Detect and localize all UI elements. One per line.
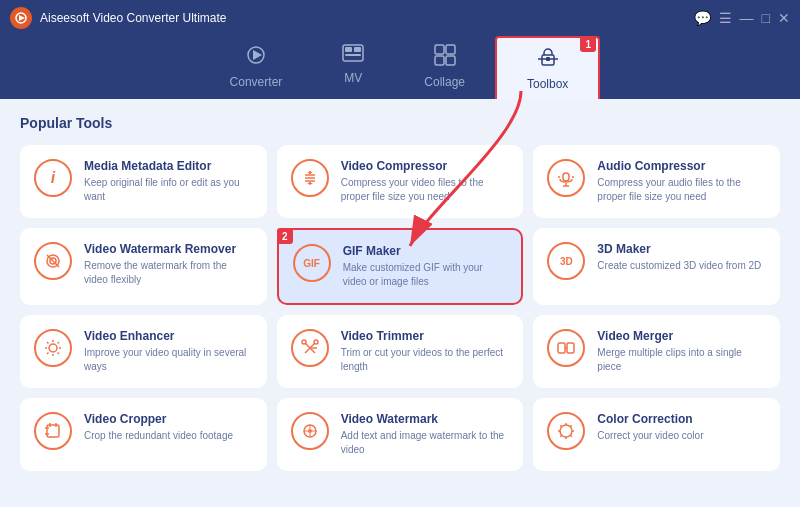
gif-maker-desc: Make customized GIF with your video or i… xyxy=(343,261,508,289)
video-trimmer-icon xyxy=(291,329,329,367)
video-compressor-icon xyxy=(291,159,329,197)
svg-rect-6 xyxy=(354,47,361,52)
media-metadata-info: Media Metadata Editor Keep original file… xyxy=(84,159,253,204)
gif-maker-icon: GIF xyxy=(293,244,331,282)
tab-toolbox[interactable]: Toolbox 1 xyxy=(495,36,600,99)
svg-line-36 xyxy=(58,353,60,355)
svg-line-64 xyxy=(571,436,572,437)
svg-rect-8 xyxy=(435,45,444,54)
color-correction-icon xyxy=(547,412,585,450)
main-content: Popular Tools i Media Metadata Editor Ke… xyxy=(0,99,800,507)
converter-icon xyxy=(245,44,267,71)
toolbox-icon xyxy=(537,46,559,73)
tab-collage[interactable]: Collage xyxy=(394,36,495,99)
tool-card-media-metadata[interactable]: i Media Metadata Editor Keep original fi… xyxy=(20,145,267,218)
video-merger-icon xyxy=(547,329,585,367)
menu-icon[interactable]: ☰ xyxy=(719,10,732,26)
section-title: Popular Tools xyxy=(20,115,780,131)
mv-label: MV xyxy=(344,71,362,85)
svg-rect-47 xyxy=(47,425,59,437)
svg-rect-45 xyxy=(567,343,574,353)
app-logo xyxy=(10,7,32,29)
svg-rect-9 xyxy=(446,45,455,54)
minimize-button[interactable]: — xyxy=(740,10,754,26)
svg-marker-1 xyxy=(19,15,25,21)
media-metadata-name: Media Metadata Editor xyxy=(84,159,253,173)
chat-icon[interactable]: 💬 xyxy=(694,10,711,26)
maximize-button[interactable]: □ xyxy=(762,10,770,26)
media-metadata-icon: i xyxy=(34,159,72,197)
3d-maker-desc: Create customized 3D video from 2D xyxy=(597,259,766,273)
tool-card-watermark-remover[interactable]: Video Watermark Remover Remove the water… xyxy=(20,228,267,305)
svg-rect-5 xyxy=(345,47,352,52)
close-button[interactable]: ✕ xyxy=(778,10,790,26)
nav-tabs: Converter MV Collage xyxy=(0,36,800,99)
video-merger-name: Video Merger xyxy=(597,329,766,343)
video-cropper-name: Video Cropper xyxy=(84,412,253,426)
collage-label: Collage xyxy=(424,75,465,89)
badge-2: 2 xyxy=(277,228,293,244)
svg-marker-3 xyxy=(253,50,262,60)
svg-marker-21 xyxy=(307,183,313,185)
svg-point-42 xyxy=(314,340,318,344)
tab-mv[interactable]: MV xyxy=(312,36,394,99)
svg-point-53 xyxy=(308,429,312,433)
video-compressor-desc: Compress your video files to the proper … xyxy=(341,176,510,204)
svg-line-66 xyxy=(561,436,562,437)
video-compressor-name: Video Compressor xyxy=(341,159,510,173)
tool-card-color-correction[interactable]: Color Correction Correct your video colo… xyxy=(533,398,780,471)
svg-line-35 xyxy=(47,342,49,344)
collage-icon xyxy=(434,44,456,71)
video-trimmer-info: Video Trimmer Trim or cut your videos to… xyxy=(341,329,510,374)
svg-rect-11 xyxy=(446,56,455,65)
tool-card-video-watermark[interactable]: Video Watermark Add text and image water… xyxy=(277,398,524,471)
title-bar: Aiseesoft Video Converter Ultimate 💬 ☰ —… xyxy=(0,0,800,36)
video-watermark-icon xyxy=(291,412,329,450)
video-enhancer-desc: Improve your video quality in several wa… xyxy=(84,346,253,374)
media-metadata-desc: Keep original file info or edit as you w… xyxy=(84,176,253,204)
window-controls[interactable]: 💬 ☰ — □ ✕ xyxy=(694,10,790,26)
watermark-remover-desc: Remove the watermark from the video flex… xyxy=(84,259,253,287)
toolbox-label: Toolbox xyxy=(527,77,568,91)
audio-compressor-info: Audio Compressor Compress your audio fil… xyxy=(597,159,766,204)
svg-point-30 xyxy=(49,344,57,352)
svg-line-37 xyxy=(58,342,60,344)
svg-line-65 xyxy=(571,425,572,426)
gif-maker-info: GIF Maker Make customized GIF with your … xyxy=(343,244,508,289)
tab-converter[interactable]: Converter xyxy=(200,36,313,99)
video-merger-desc: Merge multiple clips into a single piece xyxy=(597,346,766,374)
watermark-remover-info: Video Watermark Remover Remove the water… xyxy=(84,242,253,287)
svg-rect-10 xyxy=(435,56,444,65)
video-watermark-desc: Add text and image watermark to the vide… xyxy=(341,429,510,457)
tool-card-video-trimmer[interactable]: Video Trimmer Trim or cut your videos to… xyxy=(277,315,524,388)
svg-line-38 xyxy=(47,353,49,355)
watermark-remover-icon xyxy=(34,242,72,280)
svg-point-41 xyxy=(302,340,306,344)
tool-card-video-enhancer[interactable]: Video Enhancer Improve your video qualit… xyxy=(20,315,267,388)
video-enhancer-info: Video Enhancer Improve your video qualit… xyxy=(84,329,253,374)
tool-card-audio-compressor[interactable]: Audio Compressor Compress your audio fil… xyxy=(533,145,780,218)
video-cropper-icon xyxy=(34,412,72,450)
audio-compressor-icon xyxy=(547,159,585,197)
3d-maker-info: 3D Maker Create customized 3D video from… xyxy=(597,242,766,273)
tool-card-video-cropper[interactable]: Video Cropper Crop the redundant video f… xyxy=(20,398,267,471)
tool-card-video-merger[interactable]: Video Merger Merge multiple clips into a… xyxy=(533,315,780,388)
gif-maker-name: GIF Maker xyxy=(343,244,508,258)
video-watermark-name: Video Watermark xyxy=(341,412,510,426)
svg-rect-7 xyxy=(345,54,361,56)
video-merger-info: Video Merger Merge multiple clips into a… xyxy=(597,329,766,374)
svg-rect-44 xyxy=(558,343,565,353)
tools-grid: i Media Metadata Editor Keep original fi… xyxy=(20,145,780,471)
3d-maker-icon: 3D xyxy=(547,242,585,280)
color-correction-name: Color Correction xyxy=(597,412,766,426)
audio-compressor-name: Audio Compressor xyxy=(597,159,766,173)
color-correction-info: Color Correction Correct your video colo… xyxy=(597,412,766,443)
video-watermark-info: Video Watermark Add text and image water… xyxy=(341,412,510,457)
tool-card-3d-maker[interactable]: 3D 3D Maker Create customized 3D video f… xyxy=(533,228,780,305)
video-trimmer-name: Video Trimmer xyxy=(341,329,510,343)
tool-card-gif-maker[interactable]: GIF GIF Maker Make customized GIF with y… xyxy=(277,228,524,305)
svg-rect-22 xyxy=(563,173,569,181)
3d-maker-name: 3D Maker xyxy=(597,242,766,256)
svg-marker-20 xyxy=(307,171,313,173)
tool-card-video-compressor[interactable]: Video Compressor Compress your video fil… xyxy=(277,145,524,218)
